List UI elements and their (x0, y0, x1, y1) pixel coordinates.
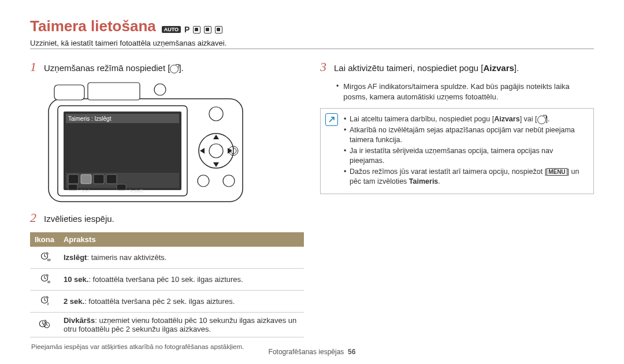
lcd-set: Iestatīt (129, 188, 144, 194)
left-column: 1 Uzņemšanas režīmā nospiediet []. Taime… (30, 60, 304, 350)
svg-text:OFF: OFF (47, 259, 51, 262)
step-3: 3 Lai aktivizētu taimeri, nospiediet pog… (320, 60, 594, 75)
svg-rect-13 (117, 184, 126, 190)
step-2: 2 Izvēlieties iespēju. (30, 210, 304, 225)
camera-illustration: Taimeris : Izslēgt Iziet Iestatīt (47, 81, 304, 205)
step-3-number: 3 (320, 60, 328, 75)
table-icon-cell: 10 (30, 269, 59, 291)
mode-auto-icon: AUTO (162, 26, 181, 33)
svg-point-19 (223, 175, 235, 187)
info-icon (325, 113, 338, 126)
step-1-text: Uzņemšanas režīmā nospiediet []. (44, 63, 184, 73)
th-desc: Apraksts (59, 232, 304, 247)
info-item: Dažos režīmos jūs varat iestatīt arī tai… (344, 167, 586, 187)
info-box: Lai atceltu taimera darbību, nospiediet … (320, 108, 594, 194)
mode-scene-icon-1 (193, 26, 200, 34)
svg-text:10: 10 (47, 281, 51, 284)
svg-rect-12 (68, 184, 77, 190)
svg-rect-11 (106, 174, 117, 184)
bullet-text: Mirgos AF indikators/taimera spuldze. Ka… (343, 81, 594, 102)
table-icon-cell (30, 313, 59, 337)
svg-text:2: 2 (47, 303, 49, 306)
svg-point-3 (154, 84, 166, 95)
page-title: Taimera lietošana (30, 17, 156, 35)
table-row: OFF Izslēgt: taimeris nav aktivizēts. (30, 247, 304, 269)
step-3-post: ]. (514, 63, 519, 73)
step-1-number: 1 (30, 60, 38, 75)
table-icon-cell: OFF (30, 247, 59, 269)
page-footer: Fotografēšanas iespējas 56 (0, 348, 624, 356)
table-desc-cell: 10 sek.: fotoattēla tveršana pēc 10 sek.… (59, 269, 304, 291)
mode-scene-icon-3 (215, 26, 222, 34)
bullet-dot-icon: • (336, 81, 339, 91)
right-column: 3 Lai aktivizētu taimeri, nospiediet pog… (320, 60, 594, 350)
table-icon-cell: 2 (30, 291, 59, 313)
svg-rect-8 (68, 174, 79, 184)
options-table: Ikona Apraksts OFF Izslēgt: taimeris nav… (30, 232, 304, 337)
info-item: Ja ir iestatīta sērijveida uzņemšanas op… (344, 146, 586, 166)
step-2-text: Izvēlieties iespēju. (44, 214, 114, 224)
table-desc-cell: Izslēgt: taimeris nav aktivizēts. (59, 247, 304, 269)
table-row: 10 10 sek.: fotoattēla tveršana pēc 10 s… (30, 269, 304, 291)
svg-rect-10 (94, 174, 104, 184)
mode-icons: AUTO P (162, 25, 223, 34)
lcd-title: Taimeris : Izslēgt (68, 116, 112, 122)
svg-point-18 (198, 175, 209, 187)
info-item: Atkarībā no izvēlētajām sejas atpazīšana… (344, 125, 586, 145)
svg-rect-1 (88, 83, 140, 100)
step-3-bold: Aizvars (483, 63, 514, 73)
table-desc-cell: 2 sek.: fotoattēla tveršana pēc 2 sek. i… (59, 291, 304, 313)
timer-button-icon (170, 65, 179, 73)
svg-rect-9 (81, 174, 91, 184)
bullet-row: • Mirgos AF indikators/taimera spuldze. … (336, 81, 594, 102)
table-row: 2 2 sek.: fotoattēla tveršana pēc 2 sek.… (30, 291, 304, 313)
mode-scene-icon-2 (204, 26, 211, 34)
svg-point-14 (209, 107, 223, 121)
step-3-bullets: • Mirgos AF indikators/taimera spuldze. … (320, 81, 594, 102)
step-1-text-post: ]. (179, 63, 183, 73)
step-1-text-pre: Uzņemšanas režīmā nospiediet [ (44, 63, 170, 73)
th-icon: Ikona (30, 232, 59, 247)
step-3-pre: Lai aktivizētu taimeri, nospiediet pogu … (334, 63, 483, 73)
table-row: Divkāršs: uzņemiet vienu fotoattēlu pēc … (30, 313, 304, 337)
step-3-text: Lai aktivizētu taimeri, nospiediet pogu … (334, 63, 519, 73)
step-1: 1 Uzņemšanas režīmā nospiediet []. (30, 60, 304, 75)
lcd-exit: Iziet (81, 188, 90, 194)
svg-rect-2 (54, 85, 84, 100)
info-item: Lai atceltu taimera darbību, nospiediet … (344, 114, 586, 124)
svg-point-16 (209, 144, 223, 158)
table-desc-cell: Divkāršs: uzņemiet vienu fotoattēlu pēc … (59, 313, 304, 337)
footer-page: 56 (348, 348, 355, 356)
step-2-number: 2 (30, 210, 38, 225)
footer-label: Fotografēšanas iespējas (269, 348, 344, 356)
mode-p-icon: P (184, 25, 190, 34)
divider (30, 49, 594, 49)
page-subtitle: Uzziniet, kā iestatīt taimeri fotoattēla… (30, 39, 594, 47)
